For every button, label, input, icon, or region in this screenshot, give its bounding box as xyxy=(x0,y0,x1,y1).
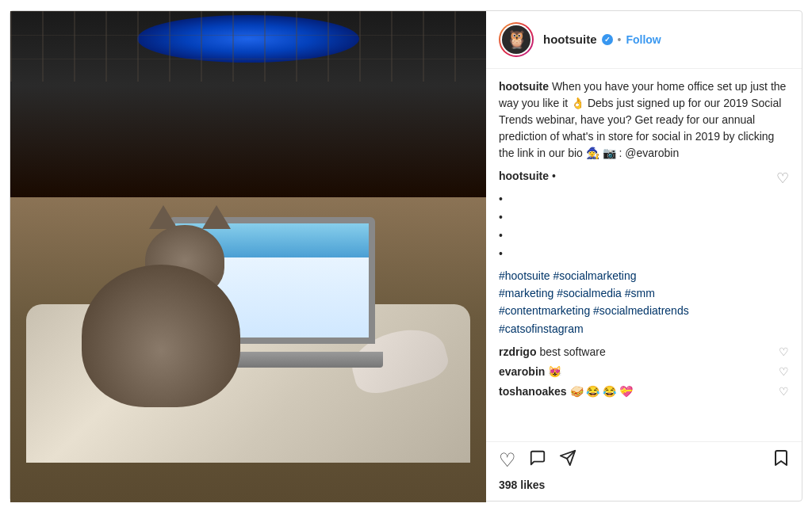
comment-button[interactable] xyxy=(529,449,546,471)
cat-ear-left xyxy=(149,205,178,229)
owl-icon: 🦉 xyxy=(506,29,527,50)
comment-row: toshanoakes 🥪 😂 😂 💝 ♡ xyxy=(499,383,789,400)
instagram-post-card: 🦉 hootsuite ✓ • Follow hootsuite When yo… xyxy=(10,10,802,501)
cat-body xyxy=(82,265,240,407)
post-content-side: 🦉 hootsuite ✓ • Follow hootsuite When yo… xyxy=(486,11,802,501)
post-username[interactable]: hootsuite xyxy=(543,32,597,46)
hootsuite-dots-comment: hootsuite • ♡ • • • • xyxy=(499,168,789,262)
verified-badge: ✓ xyxy=(602,34,613,45)
comment-user-evarobin[interactable]: evarobin xyxy=(499,364,545,380)
cat-ear-right xyxy=(202,205,231,229)
likes-count: 398 likes xyxy=(486,475,802,501)
bullet-2: • xyxy=(499,209,789,226)
hashtags[interactable]: #hootsuite #socialmarketing #marketing #… xyxy=(499,267,789,338)
like-button[interactable]: ♡ xyxy=(499,449,516,471)
caption: hootsuite When you have your home office… xyxy=(499,78,789,162)
hootsuite-dot: • xyxy=(552,170,556,182)
comment-text-evarobin: 😻 xyxy=(548,364,772,380)
avatar-wrapper: 🦉 xyxy=(499,22,534,57)
comment-heart-rzdrigo[interactable]: ♡ xyxy=(779,344,789,360)
photo-placeholder xyxy=(10,11,486,502)
comment-text-toshanoakes: 🥪 😂 😂 💝 xyxy=(570,383,772,400)
follow-button[interactable]: Follow xyxy=(626,33,661,46)
post-header: 🦉 hootsuite ✓ • Follow xyxy=(486,11,802,69)
comment-heart-toshanoakes[interactable]: ♡ xyxy=(779,383,789,400)
header-info: hootsuite ✓ • Follow xyxy=(543,32,789,46)
bullet-1: • xyxy=(499,191,789,208)
bullet-3: • xyxy=(499,227,789,244)
fireplace-bg xyxy=(10,11,486,198)
fireplace-stones xyxy=(10,11,486,82)
comment-text-rzdrigo: best software xyxy=(539,344,772,360)
comment-user-rzdrigo[interactable]: rzdrigo xyxy=(499,344,536,360)
bullet-4: • xyxy=(499,246,789,262)
hootsuite-dots-user[interactable]: hootsuite xyxy=(499,170,549,182)
post-body: hootsuite When you have your home office… xyxy=(486,69,802,441)
post-photo xyxy=(10,11,486,502)
avatar-inner: 🦉 xyxy=(500,24,532,55)
share-button[interactable] xyxy=(559,449,576,471)
hootsuite-heart-icon[interactable]: ♡ xyxy=(776,168,789,189)
caption-username[interactable]: hootsuite xyxy=(499,80,549,93)
action-icons: ♡ xyxy=(499,448,789,472)
avatar[interactable]: 🦉 xyxy=(502,25,530,54)
comment-row: evarobin 😻 ♡ xyxy=(499,364,789,380)
comment-row: rzdrigo best software ♡ xyxy=(499,344,789,360)
comments-section: rzdrigo best software ♡ evarobin 😻 ♡ tos… xyxy=(499,344,789,400)
comment-heart-evarobin[interactable]: ♡ xyxy=(779,364,789,380)
bookmark-button[interactable] xyxy=(773,448,789,472)
comment-user-toshanoakes[interactable]: toshanoakes xyxy=(499,383,567,400)
dot-separator: • xyxy=(618,33,622,46)
username-row: hootsuite ✓ • Follow xyxy=(543,32,789,46)
actions-bar: ♡ xyxy=(486,441,802,475)
